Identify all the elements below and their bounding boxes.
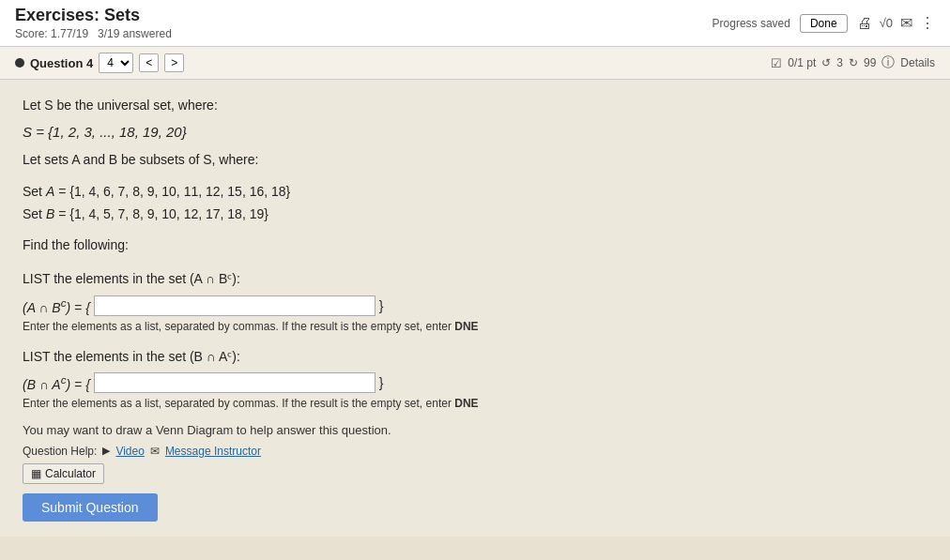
page-title: Exercises: Sets [15, 6, 172, 25]
main-content: Let S be the universal set, where: S = {… [0, 80, 950, 537]
next-question-button[interactable]: > [164, 53, 184, 72]
problem-line1: Let S be the universal set, where: [23, 95, 927, 115]
problem-line2: S = {1, 2, 3, ..., 18, 19, 20} [23, 121, 927, 144]
problem-statement: Let S be the universal set, where: S = {… [23, 95, 927, 171]
submissions-count: 99 [864, 56, 876, 69]
progress-saved-label: Progress saved [712, 17, 790, 30]
problem-line3: Let sets A and B be subsets of S, where: [23, 149, 927, 170]
score-info: Score: 1.77/19 3/19 answered [15, 27, 172, 40]
points-label: 0/1 pt [788, 56, 816, 69]
sqrt-icon[interactable]: √0 [880, 16, 893, 30]
more-icon[interactable]: ⋮ [920, 14, 935, 32]
venn-suggestion: You may want to draw a Venn Diagram to h… [23, 423, 927, 437]
top-bar: Exercises: Sets Score: 1.77/19 3/19 answ… [0, 0, 950, 47]
top-icons: 🖨 √0 ✉ ⋮ [857, 14, 935, 32]
find-following: Find the following: [23, 235, 927, 255]
mail-help-icon: ✉ [150, 445, 160, 458]
submission-icon: ↻ [849, 56, 858, 69]
find-label: Find the following: [23, 235, 927, 255]
answer-input-1[interactable] [94, 295, 375, 316]
calculator-button[interactable]: ▦ Calculator [23, 463, 104, 484]
list2-label: LIST the elements in the set (B ∩ Aᶜ): [23, 346, 927, 367]
question-help: Question Help: ▶ Video ✉ Message Instruc… [23, 445, 927, 458]
input2-row: (B ∩ Ac) = { } [23, 372, 927, 393]
retry-icon: ↺ [821, 56, 831, 69]
list1-label: LIST the elements in the set (A ∩ Bᶜ): [23, 268, 927, 289]
question-nav-right: ☑ 0/1 pt ↺ 3 ↻ 99 ⓘ Details [771, 54, 935, 71]
question-dropdown[interactable]: 4 [99, 53, 133, 73]
list1-section: LIST the elements in the set (A ∩ Bᶜ): (… [23, 268, 927, 332]
info-icon: ⓘ [881, 54, 895, 71]
prev-question-button[interactable]: < [139, 53, 159, 72]
video-icon: ▶ [102, 445, 110, 457]
done-button[interactable]: Done [800, 14, 848, 33]
input2-suffix: } [379, 375, 384, 390]
calculator-icon: ▦ [31, 467, 41, 480]
question-nav: Question 4 4 < > ☑ 0/1 pt ↺ 3 ↻ 99 ⓘ Det… [0, 47, 950, 80]
question-label: Question 4 [30, 56, 93, 70]
set-definitions: Set A = {1, 4, 6, 7, 8, 9, 10, 11, 12, 1… [23, 184, 927, 221]
message-instructor-link[interactable]: Message Instructor [165, 445, 261, 458]
top-bar-right: Progress saved Done 🖨 √0 ✉ ⋮ [712, 14, 935, 33]
hint2-text: Enter the elements as a list, separated … [23, 397, 927, 410]
answer-input-2[interactable] [94, 372, 375, 393]
set-b-definition: Set B = {1, 4, 5, 7, 8, 9, 10, 12, 17, 1… [23, 206, 927, 221]
answered-count: 3/19 answered [98, 27, 172, 40]
video-link[interactable]: Video [115, 445, 144, 458]
top-bar-left: Exercises: Sets Score: 1.77/19 3/19 answ… [15, 6, 172, 40]
submit-button[interactable]: Submit Question [23, 493, 158, 522]
question-status-dot [15, 58, 24, 68]
input1-row: (A ∩ Bc) = { } [23, 295, 927, 316]
question-nav-left: Question 4 4 < > [15, 53, 184, 73]
checkbox-icon: ☑ [771, 56, 782, 70]
print-icon[interactable]: 🖨 [857, 15, 872, 32]
input1-suffix: } [379, 298, 384, 313]
score-value: Score: 1.77/19 [15, 27, 88, 40]
retries-count: 3 [836, 56, 843, 69]
help-label: Question Help: [23, 445, 97, 458]
input2-prefix: (B ∩ Ac) = { [23, 373, 90, 392]
mail-icon[interactable]: ✉ [900, 14, 912, 32]
hint1-text: Enter the elements as a list, separated … [23, 320, 927, 333]
list2-section: LIST the elements in the set (B ∩ Aᶜ): (… [23, 346, 927, 410]
set-a-definition: Set A = {1, 4, 6, 7, 8, 9, 10, 11, 12, 1… [23, 184, 927, 199]
input1-prefix: (A ∩ Bc) = { [23, 296, 90, 315]
details-link[interactable]: Details [900, 56, 935, 69]
calculator-label: Calculator [45, 467, 96, 480]
